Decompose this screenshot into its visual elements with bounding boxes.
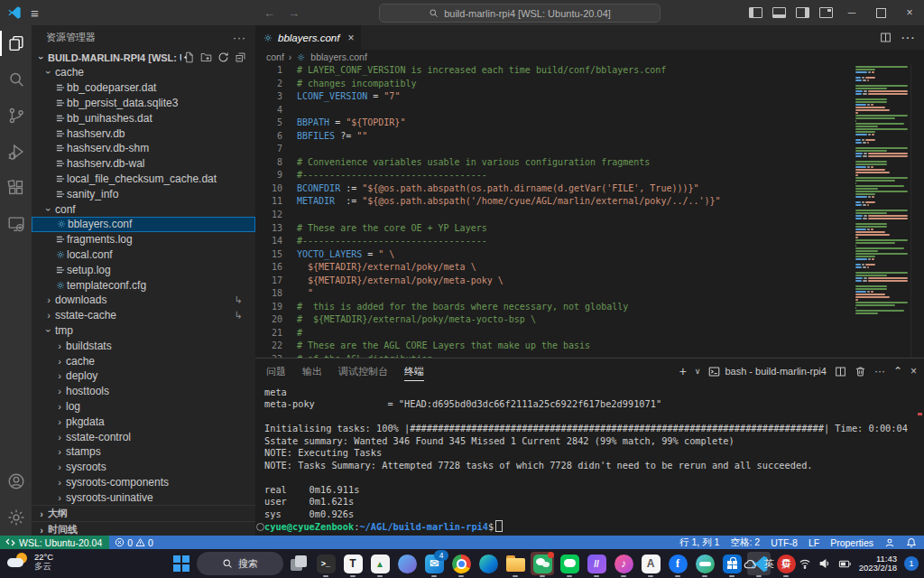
command-decoration-icon[interactable]: [256, 523, 264, 531]
tree-item-downloads[interactable]: ›downloads↳: [32, 293, 255, 308]
toggle-panel-icon[interactable]: [767, 0, 790, 25]
activity-settings[interactable]: [0, 499, 32, 536]
tree-item-hashserv-db-wal[interactable]: hashserv.db-wal: [32, 156, 255, 172]
taskbar-wechat-button[interactable]: [531, 552, 554, 575]
toggle-sidebar-icon[interactable]: [744, 0, 767, 25]
minimap[interactable]: [855, 64, 911, 358]
taskbar-dev-tool-button[interactable]: //: [585, 552, 608, 575]
code-area[interactable]: 1234567891011121314151617181920212223 # …: [255, 64, 924, 358]
notifications-bell-icon[interactable]: [901, 537, 924, 548]
tree-item-bblayers-conf[interactable]: bblayers.conf: [32, 217, 255, 232]
tree-item-cache[interactable]: ›cache: [32, 65, 255, 80]
breadcrumb-folder[interactable]: conf: [266, 51, 284, 62]
tree-item-log[interactable]: ›log: [32, 399, 255, 415]
wifi-icon[interactable]: [799, 557, 811, 570]
breadcrumb-file[interactable]: bblayers.conf: [310, 51, 366, 62]
tree-root[interactable]: › BUILD-MARLIN-RPI4 [WSL: UBUNT...: [32, 50, 255, 65]
taskbar-music-button[interactable]: ♪: [612, 552, 635, 575]
taskbar-image-viewer-button[interactable]: ▲: [368, 552, 392, 575]
ime-english-indicator[interactable]: 英: [764, 557, 774, 571]
tree-item-sstate-control[interactable]: ›sstate-control: [32, 429, 255, 444]
sidebar-section-时间线[interactable]: ›时间线: [32, 521, 255, 536]
tree-item-setup-log[interactable]: setup.log: [32, 262, 255, 277]
tray-chevron-up-icon[interactable]: [726, 559, 736, 569]
tree-item-sysroots-uninative[interactable]: ›sysroots-uninative: [32, 489, 255, 505]
problems-indicator[interactable]: 0 0: [109, 537, 159, 548]
taskbar-netdisk-button[interactable]: [693, 552, 716, 575]
start-button[interactable]: [170, 552, 193, 575]
tree-item-bb-unihashes-dat[interactable]: bb_unihashes.dat: [32, 110, 255, 126]
activity-explorer[interactable]: [0, 25, 32, 61]
cursor-position[interactable]: 行 1, 列 1: [674, 536, 725, 549]
taskbar-facebook-button[interactable]: f: [666, 552, 689, 575]
ime-pinyin-indicator[interactable]: 拼: [781, 557, 791, 571]
customize-layout-icon[interactable]: [814, 0, 837, 25]
taskbar-app-a-button[interactable]: A: [639, 552, 662, 575]
onedrive-cloud-icon[interactable]: [744, 557, 757, 571]
battery-icon[interactable]: [838, 557, 852, 571]
tree-item-stamps[interactable]: ›stamps: [32, 444, 255, 460]
forward-icon[interactable]: →: [288, 6, 300, 20]
sidebar-section-大纲[interactable]: ›大纲: [32, 505, 255, 521]
volume-icon[interactable]: [818, 557, 831, 570]
new-terminal-icon[interactable]: +: [679, 364, 687, 378]
new-file-icon[interactable]: [183, 51, 195, 63]
activity-extensions[interactable]: [0, 170, 32, 206]
panel-tab-调试控制台[interactable]: 调试控制台: [338, 359, 388, 384]
panel-more-icon[interactable]: ···: [874, 365, 885, 378]
remote-indicator[interactable]: WSL: Ubuntu-20.04: [0, 536, 109, 549]
taskbar-text-editor-button[interactable]: T: [341, 552, 365, 575]
editor-scrollbar[interactable]: [910, 64, 924, 358]
activity-search[interactable]: [0, 61, 32, 98]
split-terminal-icon[interactable]: [835, 366, 846, 378]
taskbar-edge-button[interactable]: [476, 552, 500, 575]
tree-item-local-file-checksum-cache-dat[interactable]: local_file_checksum_cache.dat: [32, 172, 255, 187]
tree-item-bb-persist-data-sqlite3[interactable]: bb_persist_data.sqlite3: [32, 96, 255, 111]
refresh-icon[interactable]: [217, 51, 229, 63]
tree-item-hashserv-db[interactable]: hashserv.db: [32, 126, 255, 141]
activity-remote-explorer[interactable]: [0, 206, 32, 242]
terminal-dropdown-icon[interactable]: ∨: [695, 367, 701, 376]
tree-item-pkgdata[interactable]: ›pkgdata: [32, 414, 255, 429]
activity-account[interactable]: [0, 463, 32, 499]
feedback-icon[interactable]: [879, 537, 901, 548]
notification-badge[interactable]: 1: [904, 556, 919, 571]
clock[interactable]: 11:432023/2/18: [859, 555, 897, 573]
window-close-button[interactable]: ×: [895, 0, 924, 25]
taskbar-mail-button[interactable]: ✉4: [422, 552, 446, 575]
encoding[interactable]: UTF-8: [765, 537, 803, 548]
sidebar-more-icon[interactable]: ···: [233, 32, 246, 44]
weather-widget[interactable]: 22°C多云: [7, 552, 53, 572]
tree-item-deploy[interactable]: ›deploy: [32, 368, 255, 384]
tree-item-fragments-log[interactable]: fragments.log: [32, 232, 255, 247]
tree-item-templateconf-cfg[interactable]: templateconf.cfg: [32, 277, 255, 293]
breadcrumb[interactable]: conf › bblayers.conf: [255, 50, 924, 64]
activity-source-control[interactable]: [0, 98, 32, 134]
tree-item-sstate-cache[interactable]: ›sstate-cache↳: [32, 308, 255, 323]
tree-item-buildstats[interactable]: ›buildstats: [32, 338, 255, 353]
tree-item-hashserv-db-shm[interactable]: hashserv.db-shm: [32, 141, 255, 156]
taskbar-search[interactable]: 搜索: [197, 552, 283, 575]
back-icon[interactable]: ←: [263, 6, 275, 20]
tree-item-conf[interactable]: ›conf: [32, 201, 255, 217]
toggle-secondary-sidebar-icon[interactable]: [790, 0, 814, 25]
tab-close-icon[interactable]: ×: [347, 32, 354, 44]
kill-terminal-icon[interactable]: [855, 366, 866, 378]
taskbar-copilot-button[interactable]: [395, 552, 419, 575]
panel-tab-终端[interactable]: 终端: [404, 359, 424, 384]
indentation[interactable]: 空格: 2: [725, 536, 765, 549]
panel-maximize-icon[interactable]: ⌃: [893, 365, 902, 378]
panel-tab-输出[interactable]: 输出: [302, 359, 322, 384]
terminal-instance[interactable]: bash - build-marlin-rpi4: [708, 366, 827, 378]
window-restore-button[interactable]: [866, 0, 895, 25]
menu-icon[interactable]: ≡: [31, 5, 39, 21]
tree-item-tmp[interactable]: ›tmp: [32, 323, 255, 339]
panel-close-icon[interactable]: ×: [910, 365, 917, 378]
eol-sequence[interactable]: LF: [803, 537, 825, 548]
taskbar-chrome-button[interactable]: [449, 552, 473, 575]
language-mode[interactable]: Properties: [825, 537, 879, 548]
tree-item-sysroots[interactable]: ›sysroots: [32, 460, 255, 475]
terminal-output[interactable]: metameta-poky = "HEAD:d695bd0d3dc66f2111…: [255, 384, 924, 538]
panel-tab-问题[interactable]: 问题: [266, 359, 286, 384]
taskbar-file-explorer-button[interactable]: [504, 552, 527, 575]
